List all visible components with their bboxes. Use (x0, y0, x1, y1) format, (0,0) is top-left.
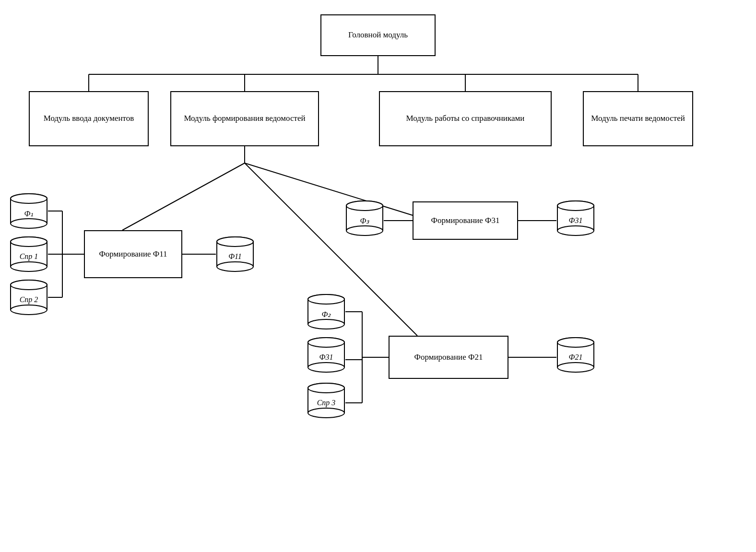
svg-point-82 (557, 363, 594, 372)
svg-point-53 (346, 201, 383, 211)
svg-point-71 (308, 338, 344, 347)
module-form: Модуль формирования ведомостей (170, 91, 319, 146)
process-form31: Формирование Ф31 (413, 201, 518, 240)
process-form11: Формирование Ф11 (84, 230, 182, 278)
svg-point-83 (557, 338, 594, 347)
cylinder-f31-bot: Ф31 (307, 336, 345, 374)
module-input: Модуль ввода документов (29, 91, 149, 146)
svg-point-46 (217, 262, 253, 271)
head-module: Головной модуль (320, 14, 436, 56)
svg-point-58 (557, 226, 594, 235)
svg-point-40 (11, 305, 47, 315)
cylinder-spr1: Спр 1 (10, 235, 48, 273)
cylinder-f3: Ф₃ (345, 199, 384, 237)
svg-point-70 (308, 363, 344, 372)
cylinder-f21: Ф21 (556, 336, 595, 374)
svg-point-29 (11, 194, 47, 203)
process-form21: Формирование Ф21 (389, 336, 508, 379)
module-ref: Модуль работы со справочниками (379, 91, 552, 146)
svg-point-41 (11, 280, 47, 290)
svg-point-64 (308, 319, 344, 329)
svg-point-34 (11, 262, 47, 271)
svg-point-35 (11, 237, 47, 247)
svg-point-76 (308, 408, 344, 418)
diagram: Головной модуль Модуль ввода документов … (0, 0, 756, 552)
svg-point-47 (217, 237, 253, 247)
svg-point-52 (346, 226, 383, 235)
cylinder-f11: Ф11 (216, 235, 254, 273)
cylinder-f2: Ф₂ (307, 293, 345, 331)
cylinder-f31-right: Ф31 (556, 199, 595, 237)
cylinder-spr2: Спр 2 (10, 278, 48, 317)
cylinder-f1: Ф₁ (10, 192, 48, 230)
svg-point-77 (308, 383, 344, 393)
module-print: Модуль печати ведомостей (583, 91, 693, 146)
svg-point-59 (557, 201, 594, 211)
svg-point-65 (308, 294, 344, 304)
svg-line-7 (122, 163, 245, 230)
svg-point-28 (11, 219, 47, 228)
cylinder-spr3: Спр 3 (307, 381, 345, 420)
